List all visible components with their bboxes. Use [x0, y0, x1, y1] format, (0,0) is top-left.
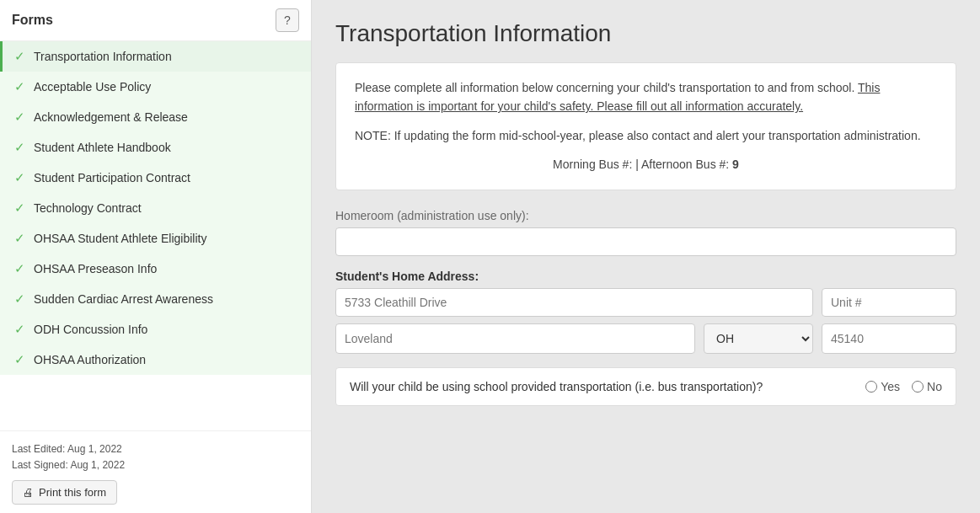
bus-radio-group: Yes No [865, 380, 942, 393]
yes-label: Yes [881, 380, 900, 393]
sidebar-item-cardiac[interactable]: ✓ Sudden Cardiac Arrest Awareness [0, 284, 311, 314]
info-box: Please complete all information below co… [335, 62, 956, 190]
sidebar-item-label: Acknowledgement & Release [34, 110, 188, 124]
check-icon: ✓ [14, 140, 25, 155]
check-icon: ✓ [14, 170, 25, 185]
check-icon: ✓ [14, 352, 25, 367]
check-icon: ✓ [14, 231, 25, 246]
sidebar-item-label: Student Athlete Handbook [34, 141, 171, 154]
sidebar-item-acceptable-use[interactable]: ✓ Acceptable Use Policy [0, 72, 311, 102]
nav-list: ✓ Transportation Information✓ Acceptable… [0, 41, 311, 430]
state-select[interactable]: OH KY IN [704, 323, 813, 354]
no-label: No [927, 380, 942, 393]
check-icon: ✓ [14, 49, 25, 64]
address-row-1 [335, 288, 956, 317]
sidebar-header: Forms ? [0, 0, 311, 41]
main-content: Transportation Information Please comple… [312, 0, 980, 513]
sidebar-item-label: OHSAA Authorization [34, 353, 146, 366]
page-title: Transportation Information [335, 20, 956, 47]
check-icon: ✓ [14, 79, 25, 94]
street-input[interactable] [335, 288, 813, 317]
sidebar-item-label: Sudden Cardiac Arrest Awareness [34, 292, 213, 306]
homeroom-input[interactable] [335, 227, 956, 256]
sidebar-item-student-athlete[interactable]: ✓ Student Athlete Handbook [0, 132, 311, 163]
check-icon: ✓ [14, 291, 25, 307]
sidebar-item-acknowledgement[interactable]: ✓ Acknowledgement & Release [0, 102, 311, 132]
sidebar-item-ohsaa-preseason[interactable]: ✓ OHSAA Preseason Info [0, 254, 311, 284]
info-paragraph-1: Please complete all information below co… [355, 78, 937, 116]
homeroom-section: Homeroom (administration use only): [335, 209, 956, 256]
zip-input[interactable] [822, 323, 956, 354]
question-icon: ? [284, 13, 291, 27]
print-icon: 🖨 [23, 486, 34, 499]
sidebar-item-odh-concussion[interactable]: ✓ ODH Concussion Info [0, 314, 311, 345]
print-button[interactable]: 🖨 Print this form [12, 480, 117, 505]
bus-question-text: Will your child be using school provided… [350, 380, 763, 393]
homeroom-label: Homeroom (administration use only): [335, 209, 956, 222]
sidebar-item-label: Transportation Information [34, 50, 172, 63]
sidebar-item-label: Acceptable Use Policy [34, 80, 151, 94]
yes-radio[interactable] [865, 381, 877, 393]
print-button-label: Print this form [39, 486, 106, 499]
sidebar-item-technology[interactable]: ✓ Technology Contract [0, 193, 311, 223]
city-input[interactable] [335, 323, 695, 354]
last-signed-label: Last Signed: Aug 1, 2022 [12, 457, 299, 473]
sidebar-item-label: OHSAA Student Athlete Eligibility [34, 232, 206, 245]
no-radio-label[interactable]: No [912, 380, 942, 393]
address-label: Student's Home Address: [335, 270, 956, 283]
sidebar-item-label: OHSAA Preseason Info [34, 262, 157, 275]
sidebar-item-label: Technology Contract [34, 201, 142, 215]
sidebar-footer: Last Edited: Aug 1, 2022 Last Signed: Au… [0, 430, 311, 513]
bus-number: 9 [732, 158, 739, 171]
info-note: NOTE: If updating the form mid-school-ye… [355, 126, 937, 145]
sidebar-help-button[interactable]: ? [276, 8, 299, 32]
bus-question-box: Will your child be using school provided… [335, 367, 956, 406]
check-icon: ✓ [14, 322, 25, 337]
check-icon: ✓ [14, 200, 25, 216]
sidebar-item-ohsaa-eligibility[interactable]: ✓ OHSAA Student Athlete Eligibility [0, 223, 311, 254]
check-icon: ✓ [14, 110, 25, 125]
sidebar-item-label: Student Participation Contract [34, 171, 190, 184]
sidebar: Forms ? ✓ Transportation Information✓ Ac… [0, 0, 312, 513]
sidebar-item-student-participation[interactable]: ✓ Student Participation Contract [0, 163, 311, 193]
address-row-2: OH KY IN [335, 323, 956, 354]
bus-info: Morning Bus #: | Afternoon Bus #: 9 [355, 155, 937, 174]
no-radio[interactable] [912, 381, 924, 393]
sidebar-title: Forms [12, 13, 53, 28]
bus-info-prefix: Morning Bus #: | Afternoon Bus #: [553, 158, 729, 171]
sidebar-item-ohsaa-auth[interactable]: ✓ OHSAA Authorization [0, 345, 311, 375]
sidebar-item-label: ODH Concussion Info [34, 323, 147, 336]
unit-input[interactable] [822, 288, 956, 317]
info-text-plain: Please complete all information below co… [355, 81, 858, 94]
sidebar-item-transportation[interactable]: ✓ Transportation Information [0, 41, 311, 72]
last-edited-label: Last Edited: Aug 1, 2022 [12, 441, 299, 457]
yes-radio-label[interactable]: Yes [865, 380, 900, 393]
check-icon: ✓ [14, 261, 25, 276]
address-section: Student's Home Address: OH KY IN [335, 270, 956, 354]
